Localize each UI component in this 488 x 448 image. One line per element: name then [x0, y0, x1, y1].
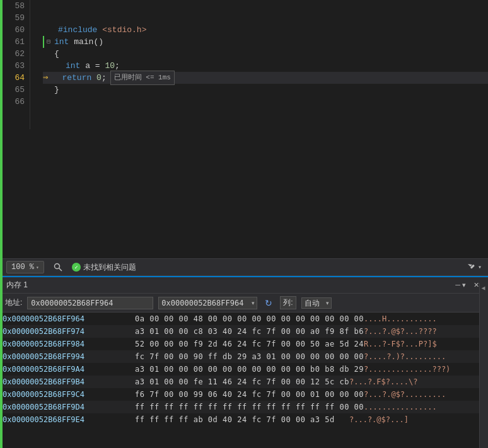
wrench-icon: [467, 263, 475, 272]
address-dropdown[interactable]: 0x00000052B68FF964: [158, 297, 257, 309]
mem-bytes-2: 52 00 00 00 f9 2d 46 24 fc 7f 00 00 50 a…: [135, 338, 364, 350]
search-icon: [54, 263, 62, 272]
svg-point-0: [54, 264, 59, 269]
mem-ascii-6: ?...?.@$?.........: [364, 388, 446, 401]
col-label: 列:: [280, 296, 296, 309]
memory-row-0: 0x00000052B68FF964 0a 00 00 00 48 00 00 …: [0, 313, 488, 325]
memory-row-7: 0x00000052B68FF9D4 ff ff ff ff ff ff ff …: [0, 401, 488, 413]
col-select[interactable]: 自动: [301, 297, 332, 309]
code-line-61: ⊟ int main(): [43, 36, 488, 48]
memory-content[interactable]: 0x00000052B68FF964 0a 00 00 00 48 00 00 …: [0, 313, 488, 448]
address-input[interactable]: [27, 297, 153, 309]
return-value: 0: [96, 72, 102, 84]
line-num-64: 64: [5, 72, 25, 84]
execution-arrow: ⇒: [43, 72, 48, 84]
mem-ascii-0: ....H...........: [364, 313, 437, 325]
time-tooltip: 已用时间 <= 1ms: [110, 71, 175, 85]
code-content[interactable]: #include <stdio.h> ⊟ int main() {: [30, 0, 488, 129]
mem-ascii-2: R...?-F$?...P?]$: [364, 338, 437, 350]
include-string: <stdio.h>: [102, 24, 146, 36]
address-label: 地址:: [5, 297, 22, 308]
search-icon-btn[interactable]: [52, 261, 64, 273]
collapse-button[interactable]: ⊟: [47, 36, 54, 48]
mem-addr-2: 0x00000052B68FF984: [3, 338, 135, 350]
status-message: 未找到相关问题: [83, 262, 136, 273]
line-num-60: 60: [5, 24, 25, 36]
pin-button[interactable]: ─ ▾: [453, 281, 468, 289]
mem-ascii-1: ?...?.@$?...????: [364, 325, 437, 338]
memory-address-bar: 地址: 0x00000052B68FF964 ▾ ↻ 列: 自动: [0, 294, 488, 313]
mem-ascii-4: ?..............???): [364, 363, 450, 376]
zoom-chevron-icon: ▾: [36, 265, 39, 270]
mem-bytes-1: a3 01 00 00 c8 03 40 24 fc 7f 00 00 a0 f…: [135, 325, 364, 338]
mem-bytes-6: f6 7f 00 00 99 06 40 24 fc 7f 00 00 01 0…: [135, 388, 364, 401]
code-line-60: #include <stdio.h>: [43, 24, 488, 36]
mem-ascii-8: ?...?.@$?...]: [349, 413, 409, 426]
mem-bytes-3: fc 7f 00 00 90 ff db 29 a3 01 00 00 00 0…: [135, 350, 364, 363]
mem-addr-7: 0x00000052B68FF9D4: [3, 401, 135, 413]
memory-row-2: 0x00000052B68FF984 52 00 00 00 f9 2d 46 …: [0, 338, 488, 350]
memory-row-1: 0x00000052B68FF974 a3 01 00 00 c8 03 40 …: [0, 325, 488, 338]
mem-bytes-5: a3 01 00 00 fe 11 46 24 fc 7f 00 00 12 5…: [135, 376, 349, 388]
line-num-58: 58: [5, 0, 25, 12]
editor-statusbar: 100 % ▾ ✓ 未找到相关问题 ▾: [0, 258, 488, 276]
app-container: 58 59 60 61 62 63 64 65 66 #include: [0, 0, 488, 448]
mem-bytes-8: ff ff ff ff ab 0d 40 24 fc 7f 00 00 a3 5…: [135, 413, 349, 426]
line-num-62: 62: [5, 48, 25, 60]
mem-addr-3: 0x00000052B68FF994: [3, 350, 135, 363]
memory-row-5: 0x00000052B68FF9B4 a3 01 00 00 fe 11 46 …: [0, 376, 488, 388]
preprocessor-keyword: #include: [58, 24, 97, 36]
line-num-63: 63: [5, 60, 25, 72]
status-indicator: ✓ 未找到相关问题: [72, 262, 136, 273]
keyword-int2: int: [66, 60, 80, 72]
keyword-return: return: [62, 72, 91, 84]
code-editor: 58 59 60 61 62 63 64 65 66 #include: [0, 0, 488, 258]
wrench-toolbar[interactable]: ▾: [467, 263, 482, 272]
code-line-65: }: [43, 84, 488, 96]
mem-ascii-5: ?...?.F$?....\?: [349, 376, 417, 388]
memory-title-bar: 内存 1 ─ ▾ ✕: [0, 277, 488, 294]
memory-row-6: 0x00000052B68FF9C4 f6 7f 00 00 99 06 40 …: [0, 388, 488, 401]
code-line-64: ⇒ return 0 ; 已用时间 <= 1ms: [43, 72, 488, 84]
mem-ascii-3: ?....?.)?.........: [364, 350, 446, 363]
mem-bytes-4: a3 01 00 00 00 00 00 00 00 00 00 00 b0 b…: [135, 363, 364, 376]
mem-addr-4: 0x00000052B68FF9A4: [3, 363, 135, 376]
mem-bytes-0: 0a 00 00 00 48 00 00 00 00 00 00 00 00 0…: [135, 313, 364, 325]
memory-panel: 内存 1 ─ ▾ ✕ 地址: 0x00000052B68FF964 ▾ ↻ 列:…: [0, 276, 488, 448]
green-indicator-bar: [0, 0, 3, 129]
side-panel-label: ▶: [480, 285, 487, 292]
code-line-59: [43, 12, 488, 24]
mem-bytes-7: ff ff ff ff ff ff ff ff ff ff ff ff ff f…: [135, 401, 364, 413]
memory-row-4: 0x00000052B68FF9A4 a3 01 00 00 00 00 00 …: [0, 363, 488, 376]
side-panel-strip: ▶: [479, 283, 488, 448]
mem-addr-5: 0x00000052B68FF9B4: [3, 376, 135, 388]
col-select-wrapper: 自动: [301, 297, 332, 309]
line-num-59: 59: [5, 12, 25, 24]
line-num-65: 65: [5, 84, 25, 96]
code-view: 58 59 60 61 62 63 64 65 66 #include: [0, 0, 488, 129]
mem-ascii-7: ................: [364, 401, 437, 413]
status-ok-icon: ✓: [72, 263, 81, 272]
editor-empty-space: [0, 129, 488, 258]
svg-line-1: [59, 268, 62, 272]
code-line-66: [43, 96, 488, 108]
line-num-66: 66: [5, 96, 25, 108]
zoom-value: 100 %: [11, 263, 34, 272]
zoom-control[interactable]: 100 % ▾: [6, 261, 44, 273]
mem-addr-8: 0x00000052B68FF9E4: [3, 413, 135, 426]
mem-addr-1: 0x00000052B68FF974: [3, 325, 135, 338]
code-line-58: [43, 0, 488, 12]
line-num-61: 61: [5, 36, 25, 48]
refresh-button[interactable]: ↻: [262, 297, 275, 309]
wrench-chevron-icon: ▾: [478, 263, 482, 271]
memory-panel-title: 内存 1: [6, 280, 28, 290]
keyword-int: int: [54, 36, 69, 48]
mem-addr-6: 0x00000052B68FF9C4: [3, 388, 135, 401]
memory-row-8: 0x00000052B68FF9E4 ff ff ff ff ab 0d 40 …: [0, 413, 488, 426]
code-line-62: {: [43, 48, 488, 60]
line-numbers: 58 59 60 61 62 63 64 65 66: [0, 0, 30, 129]
memory-row-3: 0x00000052B68FF994 fc 7f 00 00 90 ff db …: [0, 350, 488, 363]
mem-addr-0: 0x00000052B68FF964: [3, 313, 135, 325]
